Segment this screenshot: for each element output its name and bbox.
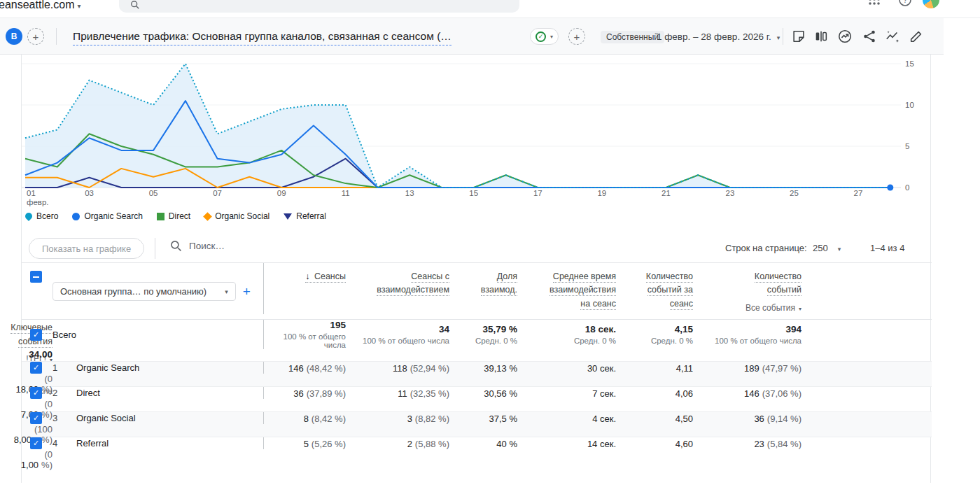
legend-item: Direct [157, 211, 190, 221]
report-status-chip[interactable]: ✓ ▾ [530, 28, 559, 45]
row-checkbox[interactable]: ✓ [30, 362, 42, 374]
sort-desc-icon: ↓ [305, 271, 309, 281]
row-number: 3 [52, 412, 76, 424]
help-icon[interactable]: ? [898, 0, 912, 7]
metric-cell: 1,00 (0 %) [22, 449, 52, 470]
x-axis-tick: 27 [854, 189, 863, 197]
row-checkbox[interactable]: ✓ [30, 387, 42, 399]
column-header[interactable]: ↓ Сеансы [263, 263, 346, 314]
totals-label: Всего [52, 320, 263, 349]
global-search-input[interactable] [119, 0, 519, 13]
share-icon[interactable] [862, 29, 877, 44]
column-header[interactable]: Долявзаимод. [449, 263, 517, 314]
column-filter-dropdown[interactable]: Все события▾ [746, 302, 802, 315]
column-header[interactable]: КоличествособытийВсе события▾ [693, 263, 802, 314]
metric-cell: 40 % [449, 437, 517, 449]
x-axis-tick: 19 [597, 189, 606, 197]
row-checkbox[interactable]: ✓ [30, 437, 42, 449]
column-header-line: сеанс [670, 299, 693, 310]
legend-item: Organic Social [204, 211, 270, 221]
x-axis-tick: 11 [342, 189, 350, 197]
compare-icon[interactable] [813, 29, 829, 44]
circle-marker-icon [72, 213, 80, 220]
metric-cell: 2 (5,88 %) [346, 437, 449, 449]
metric-cell: 3 (8,82 %) [346, 412, 449, 424]
x-axis-tick: 07 [213, 189, 222, 197]
stats-icon[interactable] [885, 29, 900, 44]
table-row: ✓3Organic Social8 (8,42 %)3 (8,82 %)37,5… [22, 411, 932, 437]
table-search-input[interactable] [189, 241, 399, 251]
legend-item: Organic Search [72, 211, 142, 221]
column-header-line: Среднее время [553, 271, 616, 283]
column-header-line: Сеансы с [411, 271, 449, 283]
legend-item: Всего [25, 211, 58, 221]
x-axis-tick: 09 [277, 189, 286, 197]
pin-marker-icon [24, 211, 34, 221]
x-axis-tick: 13 [405, 189, 414, 197]
metric-cell: 14 сек. [517, 437, 616, 449]
square-marker-icon [157, 213, 164, 220]
date-range-selector[interactable]: 1 февр. – 28 февр. 2026 г.▾ [657, 31, 780, 42]
chevron-down-icon: ▾ [799, 306, 802, 312]
totals-cell: 35,79 %Средн. 0 % [449, 320, 517, 349]
totals-cell: 394100 % от общего числа [693, 320, 802, 349]
column-header-line: Количество [755, 271, 802, 283]
plot-rows-button[interactable]: Показать на графике [29, 238, 144, 259]
edit-icon[interactable] [909, 29, 924, 44]
column-header-line: взаимодействием [377, 285, 449, 296]
diamond-marker-icon [203, 212, 212, 221]
add-chip-button[interactable]: + [568, 28, 585, 45]
column-header-line: на сеанс [580, 299, 616, 310]
metric-cell: 36 (9,14 %) [693, 412, 802, 424]
legend-label: Referral [296, 211, 326, 221]
x-axis-tick: 05 [149, 189, 158, 197]
avatar[interactable] [923, 0, 939, 8]
metric-cell: 30,56 % [449, 387, 517, 399]
note-icon[interactable] [791, 29, 806, 44]
divider [155, 238, 155, 259]
x-axis-tick: 25 [790, 189, 799, 197]
column-header-line: Доля [497, 271, 517, 283]
x-axis-tick: 23 [726, 189, 735, 197]
rows-per-page-select[interactable]: 250▾ [813, 243, 841, 253]
account-property-selector[interactable]: eanseattle.com▾ [0, 0, 81, 11]
comparison-chip[interactable]: B [6, 28, 22, 45]
legend-label: Organic Search [84, 211, 142, 221]
triangle-marker-icon [284, 213, 292, 220]
metric-cell: 4,11 [616, 362, 693, 374]
svg-text:?: ? [903, 0, 907, 4]
y-axis-tick: 10 [905, 101, 914, 109]
report-header: B + Привлечение трафика: Основная группа… [0, 18, 944, 55]
y-axis-tick: 0 [905, 183, 909, 192]
x-axis-tick: 03 [85, 189, 94, 197]
add-column-button[interactable]: + [243, 284, 251, 299]
report-title[interactable]: Привлечение трафика: Основная группа кан… [73, 30, 451, 45]
metric-cell: 37,5 % [449, 412, 517, 424]
x-axis-tick: 17 [533, 189, 542, 197]
search-icon [130, 0, 140, 10]
pagination-range: 1–4 из 4 [870, 243, 904, 253]
column-header-line: взаимод. [481, 285, 517, 296]
dimension-dropdown[interactable]: Основная группа… по умолчанию)▾ [52, 282, 236, 301]
channel-name: Referral [76, 437, 263, 449]
ga4-traffic-acquisition-page: eanseattle.com▾ ? B + Привлечение трафик… [0, 0, 980, 501]
row-checkbox[interactable]: ✓ [30, 412, 42, 424]
column-header[interactable]: Среднее времявзаимодействияна сеанс [517, 263, 616, 314]
row-checkbox[interactable]: ✓ [30, 329, 42, 341]
x-axis-month-label: февр. [27, 198, 49, 206]
apps-grid-icon[interactable] [868, 0, 881, 6]
table-body: ✓1Organic Search146 (48,42 %)118 (52,94 … [22, 361, 932, 462]
add-comparison-button[interactable]: + [27, 28, 44, 45]
select-all-checkbox[interactable] [30, 271, 42, 283]
column-header[interactable]: Сеансы свзаимодействием [346, 263, 449, 314]
metric-cell: 189 (47,97 %) [693, 362, 802, 374]
chevron-down-icon: ▾ [225, 288, 228, 295]
chevron-down-icon: ▾ [838, 246, 841, 253]
row-number: 4 [52, 437, 76, 449]
metric-cell: 39,13 % [449, 362, 517, 374]
totals-cell: 195100 % от общего числа [263, 320, 346, 349]
rows-per-page-label: Строк на странице: [725, 243, 807, 253]
column-header[interactable]: Количествособытий засеанс [616, 263, 693, 314]
top-app-bar: eanseattle.com▾ ? [0, 0, 980, 18]
insights-icon[interactable] [837, 29, 853, 44]
